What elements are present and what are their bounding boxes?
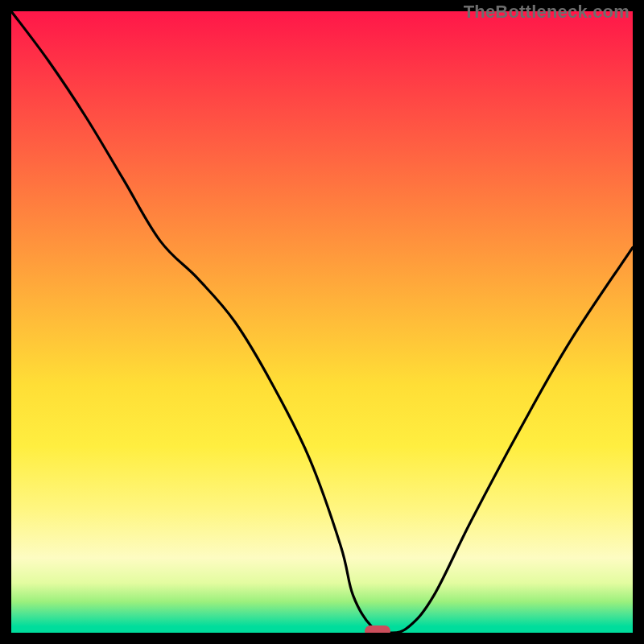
curve-layer [11,11,633,633]
optimal-point-marker [365,625,390,637]
watermark-text: TheBottleneck.com [464,2,630,23]
bottleneck-chart: TheBottleneck.com [0,0,644,644]
plot-area [11,11,633,633]
bottleneck-curve-path [11,11,633,633]
